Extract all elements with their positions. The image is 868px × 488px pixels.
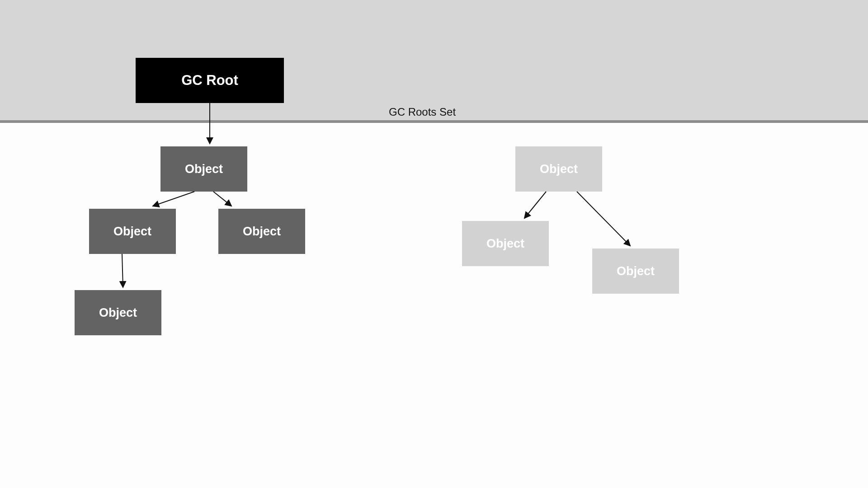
unreachable-object-node: Object [462,221,549,266]
reachable-object-node: Object [89,209,176,254]
gc-root-node: GC Root [136,58,284,103]
unreachable-object-node: Object [515,146,602,192]
reachable-object-node: Object [160,146,247,192]
diagram-canvas: GC Roots Set GC Root Object Object Objec… [0,0,868,488]
object-label: Object [540,162,578,176]
object-label: Object [243,225,281,239]
object-label: Object [185,162,223,176]
edge-arrow [153,192,194,206]
object-label: Object [486,237,524,251]
edge-arrow [524,192,546,218]
object-label: Object [113,225,151,239]
reachable-object-node: Object [75,290,161,335]
edge-arrow [213,192,231,206]
unreachable-object-node: Object [592,249,679,294]
reachable-object-node: Object [218,209,305,254]
edge-arrow [122,254,123,287]
gc-root-label: GC Root [181,72,238,89]
object-label: Object [617,264,655,278]
gc-roots-set-label: GC Roots Set [389,106,456,118]
gc-roots-region [0,0,868,123]
object-label: Object [99,306,137,320]
edge-arrow [577,192,630,246]
